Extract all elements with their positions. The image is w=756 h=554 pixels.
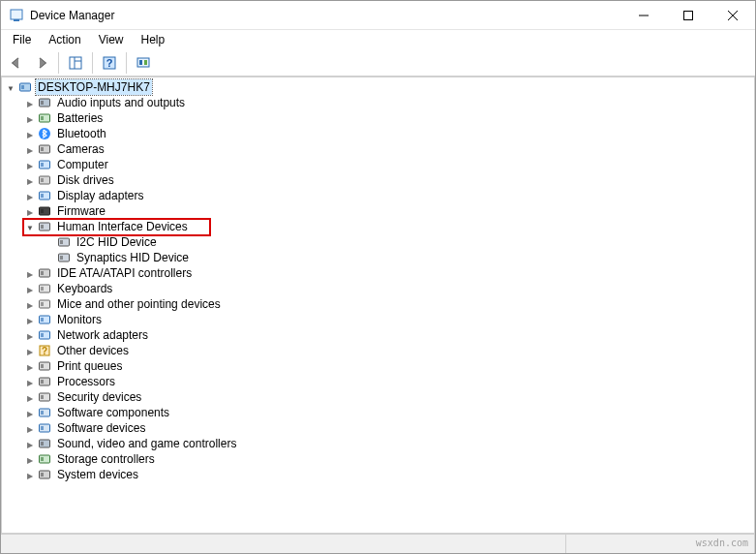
keyboard-icon [37, 281, 52, 296]
toolbar-separator [58, 52, 59, 74]
svg-rect-52 [41, 380, 44, 384]
app-icon [9, 8, 24, 23]
tree-item-label: Network adapters [55, 327, 150, 343]
forward-button[interactable] [30, 51, 53, 75]
tree-item[interactable]: Cameras [23, 141, 754, 157]
tree-item[interactable]: ?Other devices [23, 343, 754, 358]
tree-item-label: Batteries [55, 110, 105, 126]
menu-view[interactable]: View [91, 32, 132, 47]
tree-item[interactable]: Processors [23, 374, 754, 389]
tree-item[interactable]: Disk drives [23, 172, 754, 188]
chevron-right-icon[interactable] [23, 375, 37, 388]
svg-rect-46 [41, 333, 44, 337]
chevron-down-icon[interactable] [23, 220, 37, 233]
minimize-button[interactable] [621, 1, 666, 30]
svg-rect-54 [41, 395, 44, 399]
tree-item[interactable]: IDE ATA/ATAPI controllers [23, 265, 754, 281]
svg-rect-13 [144, 60, 147, 65]
tree-item[interactable]: Network adapters [23, 327, 754, 343]
tree-item[interactable]: Display adapters [23, 188, 754, 203]
tree-root-item[interactable]: DESKTOP-MHJ7HK7 [4, 79, 754, 95]
tree-item-label: Cameras [55, 141, 106, 157]
chevron-right-icon[interactable] [23, 111, 37, 125]
chevron-right-icon[interactable] [23, 127, 37, 140]
tree-item[interactable]: Computer [23, 157, 754, 172]
computer-icon [37, 157, 52, 172]
svg-rect-58 [41, 426, 44, 430]
chevron-right-icon[interactable] [23, 96, 37, 109]
help-button[interactable]: ? [98, 51, 121, 75]
tree-item[interactable]: Storage controllers [23, 451, 754, 467]
tree-item-label: Other devices [55, 343, 131, 358]
other-icon: ? [37, 343, 52, 358]
tree-item[interactable]: Bluetooth [23, 126, 754, 141]
tree-item[interactable]: Audio inputs and outputs [23, 95, 754, 110]
chevron-right-icon[interactable] [23, 406, 37, 419]
device-tree[interactable]: DESKTOP-MHJ7HK7Audio inputs and outputsB… [2, 77, 754, 533]
chevron-right-icon[interactable] [23, 359, 37, 373]
svg-rect-38 [41, 271, 44, 275]
chevron-right-icon[interactable] [23, 468, 37, 481]
system-icon [37, 467, 52, 482]
chevron-right-icon[interactable] [23, 328, 37, 342]
tree-item[interactable]: Security devices [23, 389, 754, 405]
chevron-right-icon[interactable] [23, 158, 37, 171]
tree-item-label: Audio inputs and outputs [55, 95, 187, 110]
chevron-down-icon[interactable] [4, 80, 17, 94]
tree-item[interactable]: Mice and other pointing devices [23, 296, 754, 312]
softdev-icon [37, 420, 52, 436]
chevron-right-icon[interactable] [23, 297, 37, 311]
chevron-right-icon[interactable] [23, 204, 37, 218]
chevron-right-icon[interactable] [23, 173, 37, 187]
chevron-right-icon[interactable] [23, 282, 37, 295]
svg-rect-24 [41, 163, 44, 167]
scan-hardware-button[interactable] [132, 51, 155, 75]
svg-rect-62 [41, 457, 44, 461]
menu-help[interactable]: Help [134, 32, 173, 47]
tree-item[interactable]: Sound, video and game controllers [23, 436, 754, 451]
print-icon [37, 358, 52, 374]
tree-item-label: Monitors [55, 312, 104, 327]
hid-icon [37, 219, 52, 234]
toolbar-separator [126, 52, 127, 74]
tree-item-label: Display adapters [55, 188, 145, 203]
tree-item[interactable]: Batteries [23, 110, 754, 126]
hid-icon [56, 250, 72, 265]
tree-item[interactable]: Software components [23, 405, 754, 420]
chevron-right-icon[interactable] [23, 344, 37, 357]
tree-item-label: Human Interface Devices [55, 219, 190, 234]
tree-item[interactable]: Software devices [23, 420, 754, 436]
tree-item[interactable]: I2C HID Device [43, 234, 754, 250]
tree-item-label: Bluetooth [55, 126, 108, 141]
chevron-right-icon[interactable] [23, 452, 37, 466]
menu-action[interactable]: Action [41, 32, 88, 47]
chevron-right-icon[interactable] [23, 189, 37, 202]
menu-file[interactable]: File [5, 32, 39, 47]
chevron-right-icon[interactable] [23, 390, 37, 404]
monitor-icon [37, 312, 52, 327]
back-button[interactable] [5, 51, 28, 75]
svg-rect-60 [41, 442, 44, 446]
tree-item[interactable]: Print queues [23, 358, 754, 374]
chevron-right-icon[interactable] [23, 313, 37, 326]
tree-item-label: I2C HID Device [75, 234, 159, 250]
svg-rect-30 [41, 209, 44, 213]
chevron-right-icon[interactable] [23, 266, 37, 280]
chevron-right-icon[interactable] [23, 142, 37, 156]
tree-item[interactable]: System devices [23, 467, 754, 482]
tree-item[interactable]: Monitors [23, 312, 754, 327]
chevron-right-icon[interactable] [23, 437, 37, 450]
tree-item[interactable]: Human Interface Devices [23, 219, 754, 234]
mouse-icon [37, 296, 52, 312]
tree-item[interactable]: Firmware [23, 203, 754, 219]
tree-item[interactable]: Keyboards [23, 281, 754, 296]
chevron-right-icon[interactable] [23, 421, 37, 435]
tree-item-label: Processors [55, 374, 117, 389]
tree-item-label: IDE ATA/ATAPI controllers [55, 265, 194, 281]
maximize-button[interactable] [666, 1, 711, 30]
chevron-right-icon [43, 235, 56, 249]
close-button[interactable] [711, 1, 755, 30]
show-hide-tree-button[interactable] [64, 51, 87, 75]
tree-item[interactable]: Synaptics HID Device [43, 250, 754, 265]
watermark: wsxdn.com [696, 538, 748, 548]
